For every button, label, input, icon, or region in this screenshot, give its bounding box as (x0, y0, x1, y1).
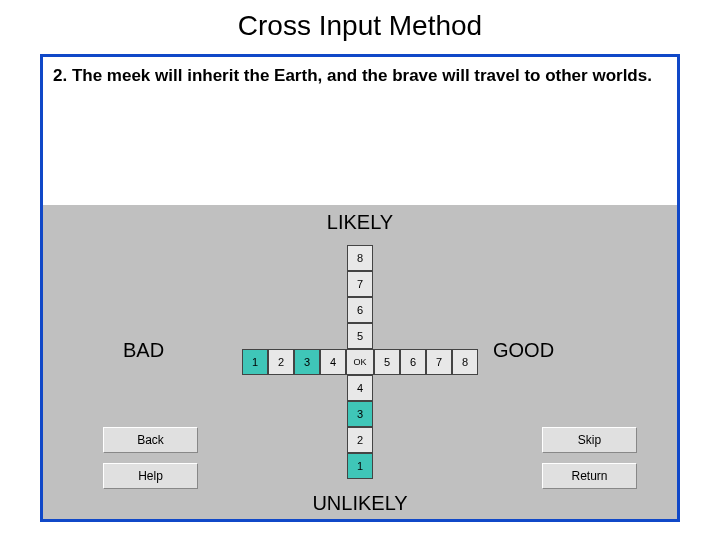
cell-left-4[interactable]: 4 (320, 349, 346, 375)
cell-top-6[interactable]: 6 (347, 297, 373, 323)
cell-bottom-4[interactable]: 4 (347, 375, 373, 401)
cell-right-7[interactable]: 7 (426, 349, 452, 375)
page-title: Cross Input Method (0, 0, 720, 54)
return-button[interactable]: Return (542, 463, 637, 489)
cell-right-8[interactable]: 8 (452, 349, 478, 375)
cell-top-7[interactable]: 7 (347, 271, 373, 297)
rating-area: LIKELY UNLIKELY BAD GOOD OK8765432112345… (43, 205, 677, 519)
question-text: 2. The meek will inherit the Earth, and … (43, 57, 677, 205)
back-button[interactable]: Back (103, 427, 198, 453)
cell-right-6[interactable]: 6 (400, 349, 426, 375)
help-button[interactable]: Help (103, 463, 198, 489)
skip-button[interactable]: Skip (542, 427, 637, 453)
axis-label-top: LIKELY (327, 211, 393, 234)
axis-label-left: BAD (123, 339, 164, 362)
cell-left-1[interactable]: 1 (242, 349, 268, 375)
cell-bottom-2[interactable]: 2 (347, 427, 373, 453)
cell-left-3[interactable]: 3 (294, 349, 320, 375)
cell-top-8[interactable]: 8 (347, 245, 373, 271)
center-cell[interactable]: OK (346, 349, 374, 375)
cell-left-2[interactable]: 2 (268, 349, 294, 375)
cell-top-5[interactable]: 5 (347, 323, 373, 349)
axis-label-bottom: UNLIKELY (312, 492, 407, 515)
axis-label-right: GOOD (493, 339, 554, 362)
cell-right-5[interactable]: 5 (374, 349, 400, 375)
cell-bottom-1[interactable]: 1 (347, 453, 373, 479)
app-frame: 2. The meek will inherit the Earth, and … (40, 54, 680, 522)
cell-bottom-3[interactable]: 3 (347, 401, 373, 427)
